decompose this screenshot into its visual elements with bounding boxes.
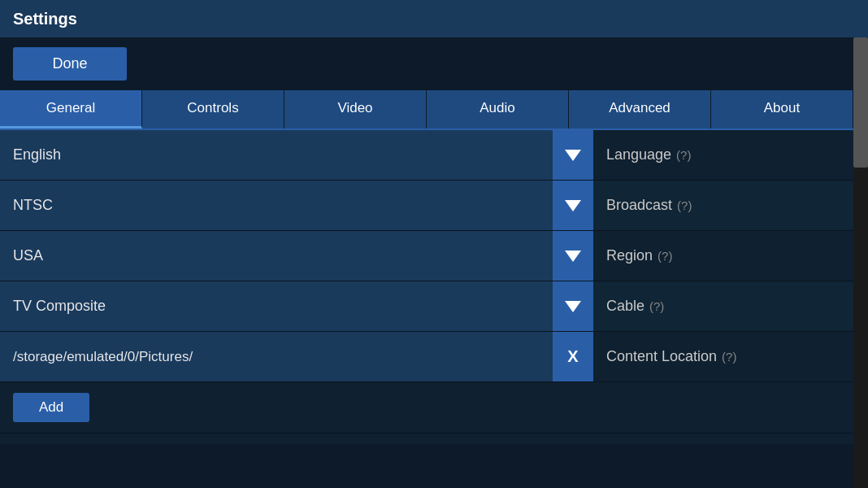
dropdown-arrow-icon [565,150,581,161]
page-title: Settings [13,10,77,28]
clear-icon: X [567,347,578,366]
scrollbar-thumb[interactable] [853,37,868,168]
tab-audio[interactable]: Audio [427,90,569,129]
language-value: English [0,130,553,180]
region-help-icon[interactable]: (?) [658,249,672,263]
content-location-label: Content Location (?) [593,332,853,381]
content-location-value[interactable] [0,332,553,381]
language-help-icon[interactable]: (?) [676,148,691,162]
tabs-container: General Controls Video Audio Advanced Ab… [0,90,853,130]
broadcast-row: NTSC Broadcast (?) [0,181,853,231]
tab-controls[interactable]: Controls [142,90,284,129]
cable-label: Cable (?) [593,281,853,331]
region-row: USA Region (?) [0,231,853,281]
language-row: English Language (?) [0,130,853,181]
region-label: Region (?) [593,231,853,281]
tab-about[interactable]: About [711,90,853,129]
scrollbar[interactable] [853,37,868,488]
settings-rows: English Language (?) NTSC Broadcast (?) [0,130,853,488]
content-location-help-icon[interactable]: (?) [722,350,736,364]
tab-video[interactable]: Video [284,90,427,129]
cable-value: TV Composite [0,281,553,331]
cable-dropdown-button[interactable] [553,281,593,331]
dropdown-arrow-icon [565,301,581,312]
dropdown-arrow-icon [565,251,581,262]
dropdown-arrow-icon [565,200,581,211]
cable-help-icon[interactable]: (?) [649,299,664,313]
region-value: USA [0,231,553,281]
broadcast-dropdown-button[interactable] [553,181,593,230]
title-bar: Settings [0,0,868,37]
done-area: Done [0,37,853,90]
done-button[interactable]: Done [13,47,127,81]
main-content: Done General Controls Video Audio Advanc… [0,37,868,488]
region-dropdown-button[interactable] [553,231,593,281]
tab-general[interactable]: General [0,90,142,129]
broadcast-value: NTSC [0,181,553,230]
cable-row: TV Composite Cable (?) [0,281,853,332]
tab-advanced[interactable]: Advanced [569,90,711,129]
add-row: Add [0,382,853,433]
broadcast-label: Broadcast (?) [593,181,853,230]
broadcast-help-icon[interactable]: (?) [677,198,692,212]
bottom-partial-row [0,433,853,444]
content-location-row: X Content Location (?) [0,332,853,382]
add-button[interactable]: Add [13,393,89,422]
content-location-clear-button[interactable]: X [553,332,593,381]
language-dropdown-button[interactable] [553,130,593,180]
language-label: Language (?) [593,130,853,180]
content-location-input[interactable] [13,349,540,365]
